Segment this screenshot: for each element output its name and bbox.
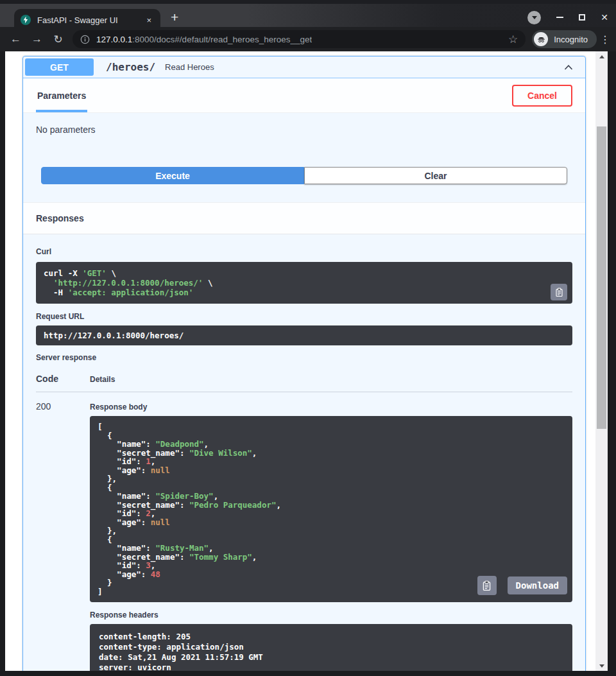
tab-close-icon[interactable]: × bbox=[144, 15, 154, 25]
endpoint-path: /heroes/ bbox=[106, 61, 155, 73]
browser-titlebar: FastAPI - Swagger UI × + ✕ bbox=[0, 0, 616, 27]
code-line: "name": "Rusty-Man", bbox=[98, 544, 565, 553]
address-bar[interactable]: 127.0.0.1:8000/docs#/default/read_heroes… bbox=[73, 30, 526, 48]
code-line: "id": 2, bbox=[98, 509, 565, 518]
execute-button[interactable]: Execute bbox=[41, 167, 304, 184]
tab-search-icon[interactable] bbox=[527, 11, 541, 24]
http-method-badge: GET bbox=[25, 58, 94, 76]
incognito-icon bbox=[534, 32, 548, 46]
code-line: server: uvicorn bbox=[99, 663, 563, 671]
request-url-block: http://127.0.0.1:8000/heroes/ bbox=[36, 325, 572, 345]
code-line: "name": "Deadpond", bbox=[98, 440, 565, 449]
code-line: }, bbox=[98, 474, 565, 483]
reload-icon[interactable]: ↻ bbox=[47, 33, 69, 46]
download-button[interactable]: Download bbox=[508, 576, 567, 594]
scroll-up-icon[interactable] bbox=[595, 51, 608, 62]
scroll-down-icon[interactable] bbox=[595, 661, 608, 671]
site-info-icon[interactable] bbox=[80, 35, 90, 44]
url-path: :8000/docs#/default/read_heroes_heroes__… bbox=[132, 35, 312, 44]
clear-button[interactable]: Clear bbox=[304, 167, 567, 184]
code-column-header: Code bbox=[36, 374, 90, 384]
response-details: Response body [ { "name": "Deadpond", "s… bbox=[90, 401, 572, 671]
response-headers-label: Response headers bbox=[90, 611, 572, 620]
bookmark-star-icon[interactable]: ☆ bbox=[508, 34, 518, 45]
response-body-block: [ { "name": "Deadpond", "secret_name": "… bbox=[90, 416, 572, 602]
forward-icon[interactable]: → bbox=[26, 33, 47, 46]
responses-table-header: Code Details bbox=[36, 370, 572, 392]
response-body-actions: Download bbox=[477, 576, 567, 595]
url-host: 127.0.0.1 bbox=[96, 35, 132, 44]
code-line: date: Sat,21 Aug 2021 11:57:19 GMT bbox=[99, 652, 563, 663]
code-line: "id": 1, bbox=[98, 457, 565, 466]
code-line: content-type: application/json bbox=[99, 642, 563, 652]
copy-response-button[interactable] bbox=[477, 576, 497, 595]
code-line: { bbox=[98, 483, 565, 492]
code-line: content-length: 205 bbox=[99, 632, 563, 642]
execute-wrapper: Execute Clear bbox=[41, 167, 567, 184]
code-line: "secret_name": "Pedro Parqueador", bbox=[98, 501, 565, 510]
no-parameters-text: No parameters bbox=[36, 125, 572, 135]
request-url-label: Request URL bbox=[36, 312, 572, 321]
details-column-header: Details bbox=[90, 374, 115, 384]
swagger-page: GET /heroes/ Read Heroes Parameters Canc… bbox=[5, 51, 595, 671]
copy-curl-button[interactable] bbox=[551, 284, 567, 300]
browser-menu-icon[interactable]: ⋮ bbox=[599, 33, 611, 46]
url-text[interactable]: 127.0.0.1:8000/docs#/default/read_heroes… bbox=[96, 35, 312, 44]
code-line: { bbox=[98, 431, 565, 440]
close-window-icon[interactable]: ✕ bbox=[601, 13, 608, 22]
responses-table: Code Details 200 Response body [ { "name… bbox=[36, 370, 572, 671]
status-code: 200 bbox=[36, 401, 90, 671]
response-headers-block: content-length: 205content-type: applica… bbox=[90, 624, 572, 671]
browser-toolbar: ← → ↻ 127.0.0.1:8000/docs#/default/read_… bbox=[0, 27, 616, 51]
code-line: curl -X 'GET' \ bbox=[44, 268, 565, 278]
responses-body: Curl curl -X 'GET' \ 'http://127.0.0.1:8… bbox=[23, 234, 585, 671]
page-scrollbar[interactable] bbox=[595, 51, 608, 671]
code-line: "secret_name": "Tommy Sharp", bbox=[98, 553, 565, 562]
code-line: "age": null bbox=[98, 466, 565, 475]
cancel-button[interactable]: Cancel bbox=[512, 85, 572, 107]
fastapi-favicon-icon bbox=[21, 15, 31, 25]
opblock-get-heroes: GET /heroes/ Read Heroes Parameters Canc… bbox=[22, 56, 586, 671]
response-row: 200 Response body [ { "name": "Deadpond"… bbox=[36, 392, 572, 671]
code-line: 'http://127.0.0.1:8000/heroes/' \ bbox=[44, 278, 565, 288]
minimize-icon[interactable] bbox=[556, 17, 563, 18]
curl-code-block: curl -X 'GET' \ 'http://127.0.0.1:8000/h… bbox=[36, 262, 572, 304]
responses-title: Responses bbox=[36, 213, 84, 223]
tab-title: FastAPI - Swagger UI bbox=[37, 15, 144, 25]
scrollbar-thumb[interactable] bbox=[597, 126, 606, 429]
responses-header: Responses bbox=[23, 202, 585, 234]
response-body-label: Response body bbox=[90, 403, 572, 412]
new-tab-icon[interactable]: + bbox=[171, 10, 178, 24]
code-line: "secret_name": "Dive Wilson", bbox=[98, 449, 565, 458]
collapse-chevron-icon[interactable] bbox=[562, 61, 575, 74]
code-line: "id": 3, bbox=[98, 561, 565, 570]
code-line: -H 'accept: application/json' bbox=[44, 288, 565, 297]
code-line: "age": null bbox=[98, 518, 565, 527]
parameters-header: Parameters Cancel bbox=[23, 78, 585, 113]
maximize-icon[interactable] bbox=[579, 14, 585, 21]
tab-parameters[interactable]: Parameters bbox=[36, 78, 87, 112]
request-url-value: http://127.0.0.1:8000/heroes/ bbox=[44, 331, 565, 340]
curl-label: Curl bbox=[36, 247, 572, 256]
opblock-summary[interactable]: GET /heroes/ Read Heroes bbox=[23, 56, 585, 78]
endpoint-summary: Read Heroes bbox=[165, 62, 214, 72]
server-response-label: Server response bbox=[36, 353, 572, 362]
incognito-label: Incognito bbox=[554, 35, 588, 44]
code-line: "name": "Spider-Boy", bbox=[98, 492, 565, 501]
back-icon[interactable]: ← bbox=[5, 33, 26, 46]
code-line: [ bbox=[98, 422, 565, 431]
code-line: }, bbox=[98, 526, 565, 535]
code-line: { bbox=[98, 535, 565, 544]
parameters-body: No parameters Execute Clear bbox=[23, 113, 585, 202]
incognito-badge: Incognito bbox=[532, 30, 597, 48]
window-controls: ✕ bbox=[527, 8, 608, 27]
